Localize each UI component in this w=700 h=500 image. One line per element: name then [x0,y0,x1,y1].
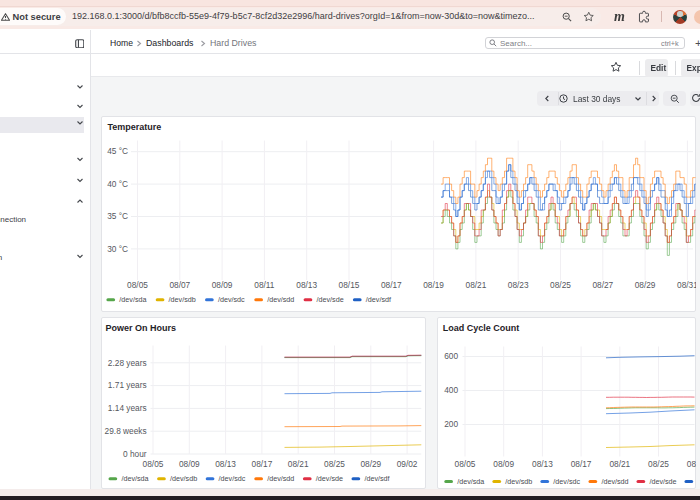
svg-text:/dev/sdc: /dev/sdc [219,474,246,483]
svg-text:08/19: 08/19 [423,280,444,290]
svg-text:/dev/sdb: /dev/sdb [505,477,532,486]
svg-text:/dev/sdc: /dev/sdc [553,477,580,486]
svg-text:08/25: 08/25 [648,459,669,469]
svg-text:Temperature: Temperature [108,122,162,132]
svg-text:08/13: 08/13 [215,459,236,469]
svg-text:30 °C: 30 °C [107,244,128,254]
svg-text:08/29: 08/29 [360,459,381,469]
svg-text:40 °C: 40 °C [107,179,128,189]
svg-text:08/05: 08/05 [143,459,164,469]
svg-text:/dev/sde: /dev/sde [649,477,676,486]
svg-text:200: 200 [444,419,458,429]
svg-text:08/09: 08/09 [212,280,233,290]
svg-text:0 hour: 0 hour [123,449,147,459]
svg-text:08/31: 08/31 [677,280,696,290]
svg-text:08/09: 08/09 [179,459,200,469]
svg-text:08/29: 08/29 [635,280,656,290]
svg-text:29.8 weeks: 29.8 weeks [105,426,147,436]
svg-text:08/21: 08/21 [466,280,487,290]
svg-text:08/17: 08/17 [252,459,273,469]
svg-text:Power On Hours: Power On Hours [106,323,177,333]
svg-text:m: m [614,9,625,24]
svg-text:08/23: 08/23 [508,280,529,290]
svg-text:08/13: 08/13 [532,459,553,469]
svg-text:Load Cycle Count: Load Cycle Count [443,323,520,333]
svg-text:/dev/sdd: /dev/sdd [267,474,294,483]
svg-text:1.14 years: 1.14 years [108,403,147,413]
svg-text:/dev/sdf: /dev/sdf [366,295,391,304]
svg-text:08/05: 08/05 [455,459,476,469]
svg-text:/dev/sdb: /dev/sdb [169,295,196,304]
svg-text:1.71 years: 1.71 years [108,380,147,390]
svg-text:/dev/sde: /dev/sde [316,474,343,483]
svg-text:08/27: 08/27 [592,280,613,290]
svg-text:/dev/sdc: /dev/sdc [218,295,245,304]
svg-text:09/02: 09/02 [397,459,418,469]
svg-text:/dev/sda: /dev/sda [457,477,484,486]
svg-text:/dev/sda: /dev/sda [121,474,148,483]
svg-text:/dev/sdd: /dev/sdd [267,295,294,304]
svg-text:2.28 years: 2.28 years [108,358,147,368]
svg-text:08/17: 08/17 [571,459,592,469]
svg-text:/dev/sdd: /dev/sdd [601,477,628,486]
svg-text:08/15: 08/15 [339,280,360,290]
svg-text:/dev/sda: /dev/sda [119,295,146,304]
svg-text:08/11: 08/11 [254,280,275,290]
svg-text:08/05: 08/05 [127,280,148,290]
svg-text:08/29: 08/29 [687,459,696,469]
svg-text:08/21: 08/21 [288,459,309,469]
svg-text:600: 600 [444,351,458,361]
svg-text:08/21: 08/21 [609,459,630,469]
svg-text:08/13: 08/13 [296,280,317,290]
svg-text:400: 400 [444,385,458,395]
svg-text:45 °C: 45 °C [107,146,128,156]
svg-text:/dev/sdb: /dev/sdb [170,474,197,483]
svg-text:35 °C: 35 °C [107,211,128,221]
svg-text:08/25: 08/25 [550,280,571,290]
svg-text:08/17: 08/17 [381,280,402,290]
svg-text:/dev/sde: /dev/sde [317,295,344,304]
svg-text:/dev/sdf: /dev/sdf [364,474,389,483]
svg-text:08/09: 08/09 [493,459,514,469]
svg-text:08/07: 08/07 [169,280,190,290]
svg-text:08/25: 08/25 [324,459,345,469]
